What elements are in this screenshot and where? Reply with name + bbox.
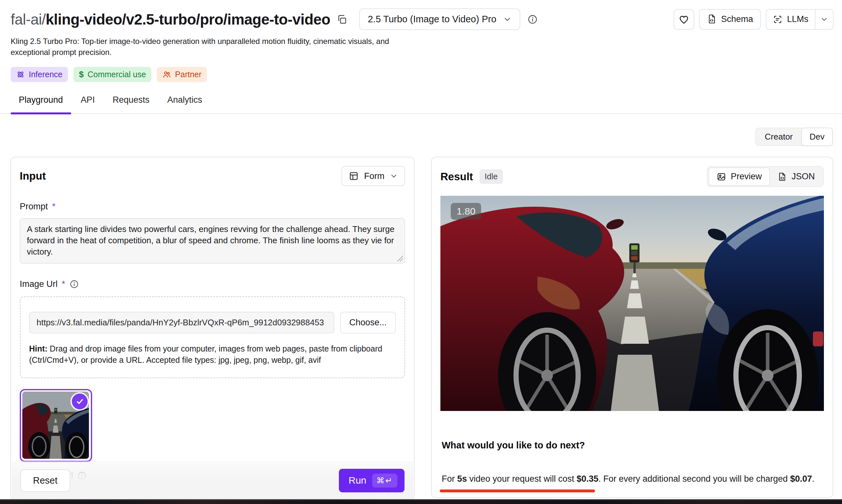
selected-check-icon bbox=[72, 394, 88, 409]
tab-api[interactable]: API bbox=[81, 95, 95, 113]
image-url-label: Image Url* bbox=[20, 279, 405, 289]
image-icon bbox=[717, 172, 726, 182]
version-selector-label: 2.5 Turbo (Image to Video) Pro bbox=[368, 14, 496, 24]
result-title: Result Idle bbox=[441, 169, 503, 184]
next-question-heading: What would you like to do next? bbox=[442, 440, 832, 451]
form-view-label: Form bbox=[364, 171, 384, 181]
cmd-enter-shortcut: ⌘↵ bbox=[372, 474, 397, 487]
page-title: fal-ai/kling-video/v2.5-turbo/pro/image-… bbox=[11, 11, 330, 28]
chevron-down-icon bbox=[390, 172, 398, 180]
schema-file-icon bbox=[707, 15, 717, 24]
copy-icon[interactable] bbox=[337, 14, 347, 24]
result-panel: Result Idle Preview JSON bbox=[431, 157, 833, 498]
creator-dev-toggle: Creator Dev bbox=[755, 128, 833, 146]
llms-button[interactable]: LLMs bbox=[766, 10, 815, 29]
run-button[interactable]: Run ⌘↵ bbox=[339, 469, 405, 492]
info-icon[interactable] bbox=[527, 14, 538, 24]
heart-icon bbox=[678, 14, 689, 25]
badge-inference: Inference bbox=[11, 67, 68, 82]
badge-commercial-use: $ Commercial use bbox=[73, 67, 151, 82]
input-header: Input Form bbox=[20, 157, 405, 186]
llms-dropdown-button[interactable] bbox=[815, 10, 833, 29]
required-asterisk: * bbox=[62, 279, 65, 289]
atom-icon bbox=[16, 70, 25, 79]
prompt-textarea[interactable]: A stark starting line divides two powerf… bbox=[20, 218, 405, 264]
favorite-button[interactable] bbox=[673, 9, 694, 30]
badge-partner: Partner bbox=[157, 67, 207, 82]
version-selector[interactable]: 2.5 Turbo (Image to Video) Pro bbox=[359, 8, 520, 30]
status-badge: Idle bbox=[480, 169, 503, 184]
badge-label: Inference bbox=[29, 70, 63, 79]
brand-prefix: fal-ai/ bbox=[11, 11, 46, 28]
preview-json-toggle: Preview JSON bbox=[707, 166, 824, 187]
video-frame-scene bbox=[441, 196, 824, 411]
llms-label: LLMs bbox=[787, 14, 808, 24]
info-icon[interactable] bbox=[70, 280, 79, 289]
result-header: Result Idle Preview JSON bbox=[441, 157, 824, 187]
prompt-label: Prompt* bbox=[20, 202, 405, 212]
json-file-icon bbox=[777, 172, 787, 182]
badge-label: Partner bbox=[175, 70, 202, 79]
model-playground-page: fal-ai/kling-video/v2.5-turbo/pro/image-… bbox=[0, 0, 842, 504]
pricing-note: For 5s video your request will cost $0.3… bbox=[442, 474, 832, 484]
form-view-selector[interactable]: Form bbox=[341, 166, 405, 186]
resize-handle[interactable] bbox=[396, 255, 403, 262]
header-actions: Schema LLMs bbox=[673, 9, 834, 30]
required-asterisk: * bbox=[52, 202, 56, 212]
tab-analytics[interactable]: Analytics bbox=[167, 95, 202, 113]
schema-button[interactable]: Schema bbox=[699, 9, 761, 30]
tab-requests[interactable]: Requests bbox=[113, 95, 149, 113]
input-title: Input bbox=[20, 170, 46, 182]
schema-label: Schema bbox=[721, 14, 753, 24]
model-description: Kling 2.5 Turbo Pro: Top-tier image-to-v… bbox=[11, 36, 394, 58]
tab-preview[interactable]: Preview bbox=[708, 167, 770, 186]
reset-button[interactable]: Reset bbox=[20, 469, 70, 492]
image-url-dropzone[interactable]: https://v3.fal.media/files/panda/HnY2yf-… bbox=[20, 296, 405, 378]
badge-label: Commercial use bbox=[88, 70, 146, 79]
toggle-creator[interactable]: Creator bbox=[756, 128, 802, 145]
selected-image-thumbnail[interactable] bbox=[20, 389, 92, 462]
page-header: fal-ai/kling-video/v2.5-turbo/pro/image-… bbox=[0, 0, 842, 30]
tab-bar: Playground API Requests Analytics bbox=[0, 95, 842, 114]
tab-json[interactable]: JSON bbox=[770, 168, 822, 185]
chevron-down-icon bbox=[503, 15, 512, 24]
llms-scan-icon bbox=[773, 15, 783, 24]
form-layout-icon bbox=[348, 171, 359, 181]
input-panel: Input Form Prompt* A stark starting line… bbox=[10, 157, 414, 501]
model-path: kling-video/v2.5-turbo/pro/image-to-vide… bbox=[46, 11, 330, 28]
aspect-ratio-badge: 1.80 bbox=[451, 203, 481, 220]
content-area: Input Form Prompt* A stark starting line… bbox=[0, 146, 842, 501]
dropzone-hint: Hint: Drag and drop image files from you… bbox=[29, 343, 391, 366]
llms-split-button: LLMs bbox=[766, 9, 834, 30]
tab-playground[interactable]: Playground bbox=[19, 95, 63, 113]
annotation-underline bbox=[440, 489, 595, 492]
people-icon bbox=[162, 70, 171, 79]
video-preview[interactable]: 1.80 bbox=[441, 196, 824, 411]
input-footer: Reset Run ⌘↵ bbox=[12, 461, 413, 500]
mode-toggle-row: Creator Dev bbox=[0, 114, 842, 146]
image-url-input[interactable]: https://v3.fal.media/files/panda/HnY2yf-… bbox=[29, 312, 334, 334]
badge-row: Inference $ Commercial use Partner bbox=[11, 67, 842, 82]
dollar-icon: $ bbox=[79, 70, 83, 79]
below-fold-media-strip bbox=[0, 499, 842, 504]
choose-file-button[interactable]: Choose... bbox=[340, 312, 396, 334]
toggle-dev[interactable]: Dev bbox=[801, 128, 833, 146]
chevron-down-icon bbox=[820, 15, 828, 23]
